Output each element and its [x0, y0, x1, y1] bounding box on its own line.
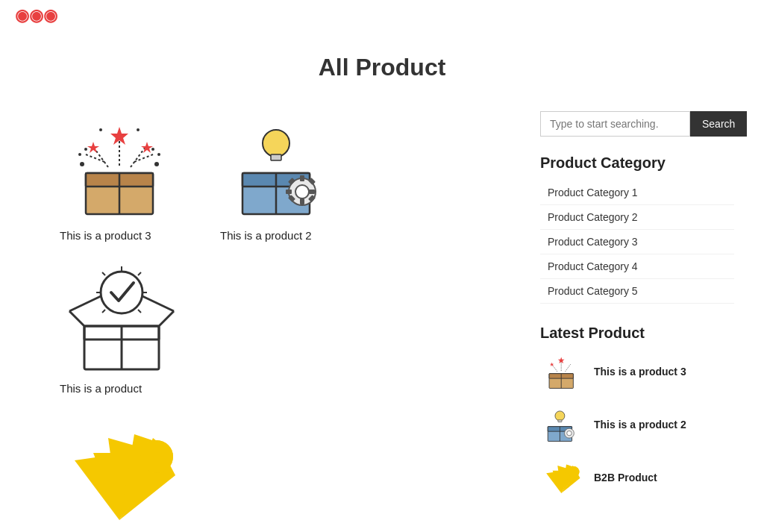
product-row-2: B2B Product	[60, 417, 510, 532]
product-image-2	[220, 111, 347, 223]
product-name-2: This is a product 2	[220, 229, 358, 242]
product-card-3[interactable]: This is a product	[60, 264, 198, 395]
svg-point-16	[151, 148, 154, 151]
svg-marker-9	[87, 142, 99, 153]
category-item-4[interactable]: Product Category 4	[540, 254, 734, 279]
svg-point-15	[157, 153, 160, 156]
svg-line-42	[138, 272, 141, 275]
logo: ◉◉◉	[15, 6, 57, 25]
svg-point-11	[80, 162, 84, 166]
product-card-4[interactable]: B2B Product	[60, 417, 198, 532]
svg-point-76	[569, 466, 580, 478]
svg-rect-66	[558, 419, 562, 422]
search-bar: Search	[540, 111, 734, 137]
latest-product-name-1: This is a product 3	[594, 366, 686, 378]
search-input[interactable]	[540, 111, 690, 137]
svg-rect-28	[286, 190, 292, 194]
main-container: This is a product 3	[0, 111, 764, 532]
product-name-1: This is a product 3	[60, 229, 198, 242]
latest-product-list: This is a product 3 This is a product 2	[540, 351, 734, 498]
latest-product-name-2: This is a product 2	[594, 419, 686, 431]
product-card-1[interactable]: This is a product 3	[60, 111, 198, 242]
product-name-3: This is a product	[60, 382, 198, 395]
product-category-title: Product Category	[540, 154, 734, 172]
svg-marker-61	[550, 362, 554, 366]
svg-point-14	[154, 162, 159, 166]
latest-product-thumb-1	[540, 351, 585, 392]
svg-point-37	[101, 272, 143, 313]
svg-rect-26	[300, 175, 304, 181]
latest-product-thumb-2	[540, 404, 585, 445]
svg-line-44	[102, 272, 105, 275]
products-grid: This is a product 3	[60, 111, 510, 532]
svg-point-17	[99, 128, 102, 131]
category-item-2[interactable]: Product Category 2	[540, 205, 734, 230]
svg-line-5	[131, 147, 145, 167]
page-title: All Product	[0, 31, 764, 111]
search-button[interactable]: Search	[690, 111, 747, 137]
latest-product-name-3: B2B Product	[594, 472, 657, 484]
svg-point-12	[78, 153, 81, 156]
category-item-1[interactable]: Product Category 1	[540, 181, 734, 205]
product-row-1: This is a product 3	[60, 111, 510, 395]
latest-product-item-1[interactable]: This is a product 3	[540, 351, 734, 392]
latest-product-thumb-3	[540, 457, 585, 498]
svg-point-13	[84, 148, 87, 151]
svg-point-22	[263, 130, 289, 157]
svg-line-43	[102, 310, 105, 313]
product-image-3	[60, 264, 187, 376]
product-image-1	[60, 111, 187, 223]
category-list: Product Category 1 Product Category 2 Pr…	[540, 181, 734, 304]
latest-product-title: Latest Product	[540, 325, 734, 342]
svg-point-65	[555, 410, 565, 420]
sidebar: Search Product Category Product Category…	[540, 111, 734, 532]
category-item-5[interactable]: Product Category 5	[540, 279, 734, 304]
svg-point-68	[567, 431, 572, 435]
svg-line-45	[138, 310, 141, 313]
svg-rect-29	[309, 190, 315, 194]
latest-product-item-2[interactable]: This is a product 2	[540, 404, 734, 445]
svg-rect-23	[271, 154, 281, 160]
svg-point-25	[295, 185, 309, 198]
category-item-3[interactable]: Product Category 3	[540, 230, 734, 254]
svg-rect-27	[300, 198, 304, 204]
svg-line-59	[566, 364, 571, 372]
product-card-2[interactable]: This is a product 2	[220, 111, 358, 242]
latest-product-item-3[interactable]: B2B Product	[540, 457, 734, 498]
svg-point-53	[140, 440, 173, 473]
svg-point-18	[137, 128, 140, 131]
product-image-4	[60, 417, 187, 529]
